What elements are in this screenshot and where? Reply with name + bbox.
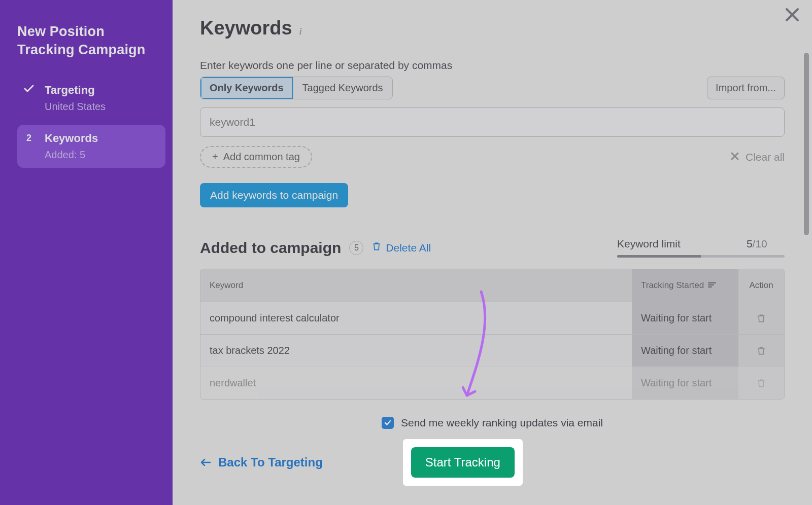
limit-progress	[617, 255, 785, 258]
weekly-email-checkbox[interactable]: Send me weekly ranking updates via email	[382, 417, 603, 429]
col-tracking-started[interactable]: Tracking Started	[632, 269, 738, 302]
keyword-mode-segment: Only Keywords Tagged Keywords	[200, 77, 393, 99]
close-icon	[730, 151, 739, 163]
keywords-table: Keyword Tracking Started Action compound…	[200, 269, 785, 400]
cell-status: Waiting for start	[632, 302, 738, 334]
wizard-sidebar: New Position Tracking Campaign Targeting…	[0, 0, 173, 505]
cell-status: Waiting for start	[632, 367, 738, 399]
table-row: tax brackets 2022 Waiting for start	[200, 334, 784, 367]
col-action: Action	[738, 269, 784, 302]
delete-row-button[interactable]	[738, 335, 784, 367]
start-tracking-button[interactable]: Start Tracking	[411, 447, 515, 478]
start-tracking-highlight: Start Tracking	[404, 440, 522, 485]
step-label: Targeting	[45, 84, 106, 97]
wizard-step-targeting[interactable]: Targeting United States	[17, 77, 165, 120]
step-number: 2	[22, 133, 36, 143]
cell-keyword: compound interest calculator	[200, 302, 632, 334]
keywords-input[interactable]	[200, 107, 785, 137]
helper-text: Enter keywords one per line or separated…	[200, 59, 785, 71]
cell-keyword: nerdwallet	[200, 367, 632, 399]
table-header: Keyword Tracking Started Action	[200, 269, 784, 302]
delete-all-button[interactable]: Delete All	[371, 241, 431, 254]
page-title: Keywords i	[200, 17, 785, 39]
col-keyword[interactable]: Keyword	[200, 269, 632, 302]
clear-all-button[interactable]: Clear all	[730, 151, 785, 163]
scrollbar[interactable]	[804, 53, 809, 235]
plus-icon: +	[212, 151, 218, 163]
delete-row-button[interactable]	[738, 302, 784, 334]
back-to-targeting-link[interactable]: Back To Targeting	[200, 455, 323, 470]
add-common-tag-button[interactable]: + Add common tag	[200, 146, 312, 168]
cell-keyword: tax brackets 2022	[200, 335, 632, 367]
segment-tagged-keywords[interactable]: Tagged Keywords	[293, 77, 392, 99]
checkbox-checked-icon	[382, 417, 394, 429]
segment-only-keywords[interactable]: Only Keywords	[200, 77, 293, 99]
main-panel: Keywords i Enter keywords one per line o…	[173, 0, 812, 505]
check-icon	[22, 85, 36, 93]
keyword-limit: Keyword limit 5/10	[617, 238, 785, 258]
footer: Send me weekly ranking updates via email…	[173, 403, 812, 505]
arrow-left-icon	[200, 455, 211, 470]
table-row: compound interest calculator Waiting for…	[200, 302, 784, 334]
import-from-button[interactable]: Import from...	[707, 77, 785, 99]
step-sublabel: Added: 5	[45, 149, 98, 161]
info-icon[interactable]: i	[299, 26, 302, 37]
added-title: Added to campaign	[200, 239, 341, 257]
close-icon[interactable]	[785, 5, 800, 25]
sort-icon	[708, 280, 716, 291]
wizard-title: New Position Tracking Campaign	[17, 22, 165, 59]
cell-status: Waiting for start	[632, 335, 738, 367]
delete-row-button[interactable]	[738, 367, 784, 399]
step-sublabel: United States	[45, 101, 106, 113]
add-keywords-button[interactable]: Add keywords to campaign	[200, 183, 348, 207]
trash-icon	[371, 241, 382, 254]
step-label: Keywords	[45, 132, 98, 145]
table-row: nerdwallet Waiting for start	[200, 367, 784, 399]
added-count-badge: 5	[349, 241, 363, 255]
wizard-step-keywords[interactable]: 2 Keywords Added: 5	[17, 125, 165, 168]
